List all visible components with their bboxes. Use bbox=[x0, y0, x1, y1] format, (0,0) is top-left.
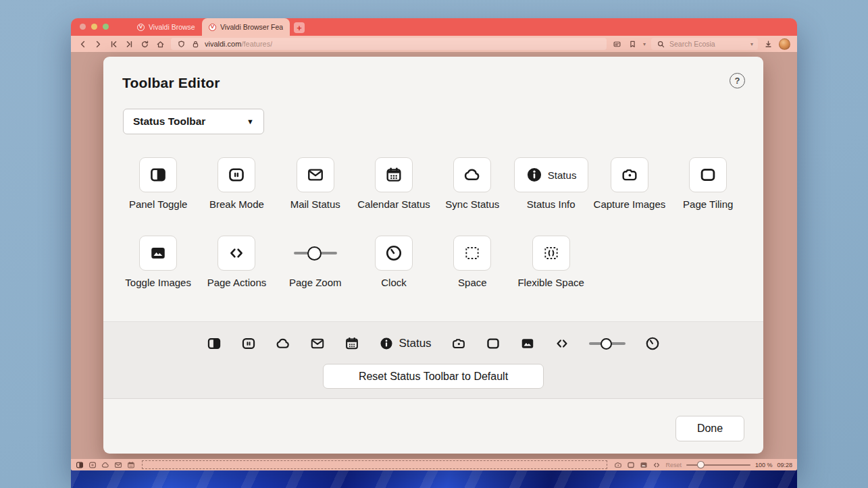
camera-icon[interactable] bbox=[611, 157, 648, 192]
shield-icon[interactable] bbox=[176, 39, 186, 49]
widget-label: Page Zoom bbox=[289, 277, 342, 289]
preview-toggle-images-icon[interactable] bbox=[520, 336, 535, 351]
done-button[interactable]: Done bbox=[675, 416, 744, 441]
preview-page-tiling-icon[interactable] bbox=[486, 336, 501, 351]
statusbar-zoom-knob[interactable] bbox=[697, 461, 705, 468]
browser-window: V Vivaldi Browser | Now wit V Vivaldi Br… bbox=[71, 18, 797, 470]
downloads-icon[interactable] bbox=[763, 39, 773, 49]
help-button[interactable]: ? bbox=[730, 73, 745, 88]
statusbar-code-brackets-icon[interactable] bbox=[653, 461, 661, 469]
statusbar-zoom-value: 100 % bbox=[755, 462, 773, 468]
widget-grid-row-2: Toggle Images Page Actions Page Zoom Clo… bbox=[119, 236, 590, 289]
slider-knob[interactable] bbox=[307, 246, 322, 261]
page-tiling-icon[interactable] bbox=[689, 157, 727, 192]
statusbar-camera-icon[interactable] bbox=[614, 461, 622, 469]
calendar-icon[interactable] bbox=[375, 157, 413, 192]
widget-panel-toggle[interactable]: Panel Toggle bbox=[119, 157, 197, 211]
tab-vivaldi-browser[interactable]: V Vivaldi Browser | Now wit bbox=[130, 18, 202, 36]
statusbar-toggle-images-icon[interactable] bbox=[640, 461, 648, 469]
new-tab-button[interactable]: + bbox=[294, 22, 305, 33]
widget-flexible-space[interactable]: Flexible Space bbox=[511, 236, 590, 289]
close-window-button[interactable] bbox=[80, 24, 86, 30]
url-text: vivaldi.com/features/ bbox=[205, 40, 272, 48]
widget-toggle-images[interactable]: Toggle Images bbox=[119, 236, 197, 289]
statusbar-break-mode-icon[interactable] bbox=[88, 461, 97, 469]
preview-info-icon bbox=[379, 336, 394, 351]
desktop-wallpaper bbox=[71, 468, 797, 488]
back-icon[interactable] bbox=[78, 39, 88, 49]
break-mode-icon[interactable] bbox=[218, 157, 255, 192]
forward-icon[interactable] bbox=[93, 39, 103, 49]
widget-status-info[interactable]: Status Status Info bbox=[511, 157, 590, 211]
preview-calendar-icon[interactable] bbox=[344, 336, 359, 351]
preview-code-brackets-icon[interactable] bbox=[555, 336, 569, 351]
status-info-widget[interactable]: Status bbox=[514, 157, 588, 192]
widget-sync-status[interactable]: Sync Status bbox=[433, 157, 511, 211]
widget-clock[interactable]: Clock bbox=[355, 236, 433, 289]
bookmark-dropdown-icon[interactable]: ▾ bbox=[643, 41, 646, 47]
browser-status-bar: Reset 100 % 09:28 bbox=[71, 459, 797, 470]
statusbar-calendar-icon[interactable] bbox=[127, 461, 135, 469]
profile-avatar[interactable] bbox=[779, 38, 790, 50]
clock-icon[interactable] bbox=[375, 236, 413, 271]
widget-page-actions[interactable]: Page Actions bbox=[197, 236, 276, 289]
search-field[interactable]: Search Ecosia ▾ bbox=[651, 38, 758, 50]
flexible-space-icon[interactable] bbox=[532, 236, 570, 271]
preview-break-mode-icon[interactable] bbox=[241, 336, 256, 351]
widget-mail-status[interactable]: Mail Status bbox=[276, 157, 355, 211]
widget-page-zoom[interactable]: Page Zoom bbox=[276, 236, 355, 289]
preview-panel-toggle-icon[interactable] bbox=[207, 336, 222, 351]
code-brackets-icon[interactable] bbox=[218, 236, 255, 271]
widget-break-mode[interactable]: Break Mode bbox=[197, 157, 276, 211]
widget-capture-images[interactable]: Capture Images bbox=[590, 157, 669, 211]
tab-vivaldi-features[interactable]: V Vivaldi Browser Features | bbox=[202, 18, 290, 36]
widget-label: Sync Status bbox=[445, 198, 499, 211]
lock-icon[interactable] bbox=[190, 39, 201, 49]
rewind-icon[interactable] bbox=[109, 39, 119, 49]
preview-mail-icon[interactable] bbox=[310, 336, 325, 351]
mail-icon[interactable] bbox=[297, 157, 334, 192]
home-icon[interactable] bbox=[155, 39, 165, 49]
flexible-space-indicator bbox=[142, 460, 607, 469]
widget-label: Flexible Space bbox=[517, 277, 584, 289]
reading-list-icon[interactable] bbox=[612, 39, 622, 49]
preview-camera-icon[interactable] bbox=[451, 336, 466, 351]
preview-clock-icon[interactable] bbox=[645, 336, 660, 351]
statusbar-panel-toggle-icon[interactable] bbox=[76, 461, 84, 469]
tab-bar: V Vivaldi Browser | Now wit V Vivaldi Br… bbox=[71, 18, 797, 36]
chevron-down-icon: ▼ bbox=[247, 117, 254, 126]
widget-space[interactable]: Space bbox=[433, 236, 511, 289]
bookmark-icon[interactable] bbox=[628, 39, 638, 49]
preview-sync-cloud-icon[interactable] bbox=[276, 336, 290, 351]
reset-toolbar-button[interactable]: Reset Status Toolbar to Default bbox=[323, 364, 544, 389]
preview-zoom-slider[interactable] bbox=[589, 337, 626, 350]
tab2-title: Vivaldi Browser Features | bbox=[220, 23, 283, 31]
widget-calendar-status[interactable]: Calendar Status bbox=[355, 157, 433, 211]
statusbar-sync-cloud-icon[interactable] bbox=[101, 461, 109, 469]
fast-forward-icon[interactable] bbox=[124, 39, 134, 49]
statusbar-page-tiling-icon[interactable] bbox=[627, 461, 635, 469]
reload-icon[interactable] bbox=[140, 39, 150, 49]
toolbar-preview-band: Status Reset Status Toolbar to Default bbox=[103, 321, 763, 399]
zoom-window-button[interactable] bbox=[103, 24, 109, 30]
statusbar-mail-icon[interactable] bbox=[114, 461, 122, 469]
statusbar-zoom-reset[interactable]: Reset bbox=[665, 462, 682, 468]
toolbar-select-value: Status Toolbar bbox=[133, 115, 205, 128]
search-engine-dropdown-icon[interactable]: ▾ bbox=[750, 41, 753, 47]
url-field[interactable]: vivaldi.com/features/ bbox=[171, 38, 607, 50]
preview-status-info[interactable]: Status bbox=[379, 336, 431, 351]
toggle-images-icon[interactable] bbox=[139, 236, 177, 271]
statusbar-zoom-slider[interactable] bbox=[686, 461, 750, 468]
info-icon bbox=[526, 166, 543, 184]
zoom-slider[interactable] bbox=[276, 236, 355, 271]
minimize-window-button[interactable] bbox=[91, 24, 97, 30]
window-controls bbox=[80, 24, 109, 30]
widget-page-tiling[interactable]: Page Tiling bbox=[669, 157, 747, 211]
cloud-icon[interactable] bbox=[453, 157, 491, 192]
panel-toggle-icon[interactable] bbox=[139, 157, 177, 192]
tab1-title: Vivaldi Browser | Now wit bbox=[149, 23, 195, 31]
space-icon[interactable] bbox=[453, 236, 491, 271]
toolbar-select[interactable]: Status Toolbar ▼ bbox=[123, 109, 264, 134]
widget-label: Page Actions bbox=[207, 277, 267, 289]
widget-label: Toggle Images bbox=[125, 277, 191, 289]
